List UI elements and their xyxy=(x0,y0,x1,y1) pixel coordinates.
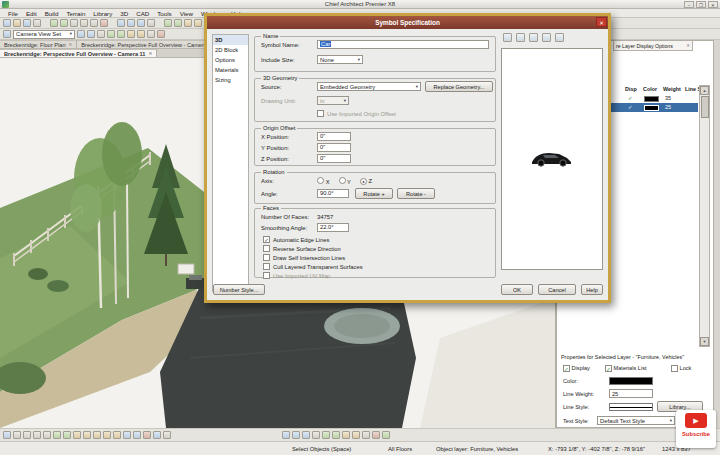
adjust-lights-icon[interactable] xyxy=(372,431,380,439)
menu-library[interactable]: Library xyxy=(89,9,116,17)
select-objects-icon[interactable] xyxy=(3,431,11,439)
perspective-camera-icon[interactable] xyxy=(77,30,85,38)
white-vehicle[interactable] xyxy=(178,264,194,274)
include-size-select[interactable]: None ▾ xyxy=(317,55,363,64)
menu-3d[interactable]: 3D xyxy=(116,9,132,17)
paste-icon[interactable] xyxy=(90,19,98,27)
line-weight-input[interactable]: 25 xyxy=(609,389,653,398)
layers-icon[interactable] xyxy=(342,431,350,439)
col-header-weight[interactable]: Weight xyxy=(663,86,681,92)
x-position-input[interactable]: 0" xyxy=(317,132,351,141)
display-checkbox[interactable]: ✓ Display xyxy=(563,365,590,372)
number-style-button[interactable]: Number Style... xyxy=(213,284,265,295)
smoothing-angle-input[interactable]: 22.0° xyxy=(317,223,349,232)
layer-color-swatch[interactable] xyxy=(609,377,653,385)
axis-y-radio[interactable]: Y xyxy=(339,177,351,185)
nav-item-materials[interactable]: Materials xyxy=(213,65,248,75)
stairs-tools-icon[interactable] xyxy=(194,19,202,27)
plant-icon[interactable] xyxy=(63,431,71,439)
menu-terrain[interactable]: Terrain xyxy=(62,9,89,17)
cad-arc-icon[interactable] xyxy=(23,431,31,439)
camera-set-icon[interactable] xyxy=(3,30,11,38)
pan-window-icon[interactable] xyxy=(312,431,320,439)
zoom-icon[interactable] xyxy=(137,19,145,27)
layer-display-options-tab[interactable]: re Layer Display Options ✕ xyxy=(613,41,693,51)
sun-settings-icon[interactable] xyxy=(127,30,135,38)
window-icon[interactable] xyxy=(83,431,91,439)
camera-view-set-dropdown[interactable]: Camera View Set ▾ xyxy=(13,30,75,39)
section-view-icon[interactable] xyxy=(107,30,115,38)
text-style-dropdown[interactable]: Default Text Style ▾ xyxy=(597,416,675,425)
close-button[interactable]: ✕ xyxy=(708,1,718,8)
select-objects-icon[interactable] xyxy=(117,19,125,27)
y-position-input[interactable]: 0" xyxy=(317,143,351,152)
panel-close-icon[interactable]: ✕ xyxy=(686,43,690,48)
cabinet-tools-icon[interactable] xyxy=(184,19,192,27)
zoom-in-icon[interactable] xyxy=(282,431,290,439)
door-icon[interactable] xyxy=(73,431,81,439)
next-view-icon[interactable] xyxy=(332,431,340,439)
tab-close-icon[interactable]: ✕ xyxy=(69,42,73,47)
nav-item-sizing[interactable]: Sizing xyxy=(213,75,248,85)
replace-geometry-button[interactable]: Replace Geometry... xyxy=(425,81,493,92)
rotate-minus-button[interactable]: Rotate - xyxy=(397,188,435,199)
cabinet-icon[interactable] xyxy=(93,431,101,439)
camera-icon[interactable] xyxy=(153,431,161,439)
copy-icon[interactable] xyxy=(80,19,88,27)
axis-z-radio[interactable]: ● Z xyxy=(360,178,372,185)
cross-section-icon[interactable] xyxy=(163,431,171,439)
menu-view[interactable]: View xyxy=(176,9,197,17)
preview-zoom-icon[interactable] xyxy=(542,33,551,42)
materials-list-checkbox[interactable]: ✓ Materials List xyxy=(605,365,647,372)
bush[interactable] xyxy=(28,268,48,280)
preview-orbit-icon[interactable] xyxy=(516,33,525,42)
subscribe-label[interactable]: Subscribe xyxy=(676,431,716,437)
text-icon[interactable] xyxy=(133,431,141,439)
material-eyedropper-icon[interactable] xyxy=(143,431,151,439)
cut-icon[interactable] xyxy=(70,19,78,27)
dimension-icon[interactable] xyxy=(123,431,131,439)
col-header-color[interactable]: Color xyxy=(643,86,657,92)
open-plan-icon[interactable] xyxy=(13,19,21,27)
cad-circle-icon[interactable] xyxy=(43,431,51,439)
nav-item-options[interactable]: Options xyxy=(213,55,248,65)
print-icon[interactable] xyxy=(33,19,41,27)
scroll-up-icon[interactable]: ▲ xyxy=(700,86,709,95)
menu-edit[interactable]: Edit xyxy=(22,9,41,17)
subscribe-card[interactable]: ▶ Subscribe xyxy=(676,410,716,448)
walkthrough-icon[interactable] xyxy=(97,30,105,38)
undo-icon[interactable] xyxy=(50,19,58,27)
nav-item-2d-block[interactable]: 2D Block xyxy=(213,45,248,55)
menu-build[interactable]: Build xyxy=(41,9,63,17)
stairs-icon[interactable] xyxy=(103,431,111,439)
col-header-disp[interactable]: Disp xyxy=(625,86,637,92)
nav-item-3d[interactable]: 3D xyxy=(213,35,248,45)
minimize-button[interactable]: – xyxy=(684,1,694,8)
source-select[interactable]: Embedded Geometry ▾ xyxy=(317,82,421,91)
symbol-preview[interactable] xyxy=(501,48,603,270)
panel-scrollbar[interactable]: ▲ ▼ xyxy=(699,85,710,347)
roof-icon[interactable] xyxy=(113,431,121,439)
preview-fill-window-icon[interactable] xyxy=(555,33,564,42)
edit-camera-icon[interactable] xyxy=(147,30,155,38)
axis-x-radio[interactable]: X xyxy=(317,177,330,185)
cancel-button[interactable]: Cancel xyxy=(538,284,576,295)
dialog-close-icon[interactable]: ✕ xyxy=(596,17,607,27)
sun-angle-icon[interactable] xyxy=(382,431,390,439)
symbol-name-input[interactable]: Car xyxy=(317,40,489,49)
row1-display-check[interactable]: ✓ xyxy=(628,95,633,101)
rotate-plus-button[interactable]: Rotate + xyxy=(355,188,393,199)
fill-window-icon[interactable] xyxy=(302,431,310,439)
line-style-swatch[interactable] xyxy=(609,403,653,411)
automatic-edge-lines-checkbox[interactable]: ✓Automatic Edge Lines xyxy=(263,236,329,243)
menu-cad[interactable]: CAD xyxy=(132,9,153,17)
cad-box-icon[interactable] xyxy=(33,431,41,439)
redo-icon[interactable] xyxy=(60,19,68,27)
row1-color-swatch[interactable] xyxy=(644,96,659,102)
scroll-down-icon[interactable]: ▼ xyxy=(700,337,709,346)
draw-self-intersection-lines-checkbox[interactable]: Draw Self Intersection Lines xyxy=(263,254,345,261)
reverse-surface-direction-checkbox[interactable]: Reverse Surface Direction xyxy=(263,245,341,252)
zoom-out-icon[interactable] xyxy=(292,431,300,439)
lock-checkbox[interactable]: Lock xyxy=(671,365,691,372)
orthographic-camera-icon[interactable] xyxy=(87,30,95,38)
